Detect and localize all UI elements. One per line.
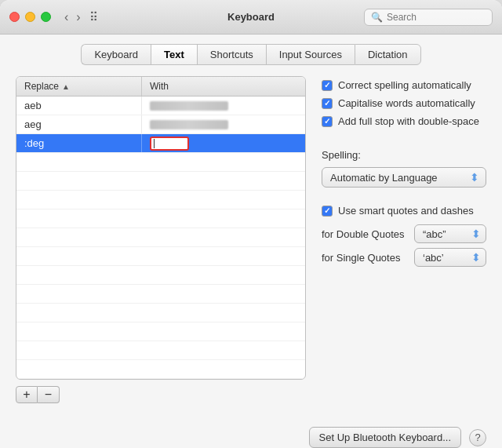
table-row[interactable]: aeg [16,115,305,134]
table-body: aeb aeg :deg [16,97,305,379]
traffic-lights [9,12,51,22]
search-icon: 🔍 [371,12,383,23]
table-row [16,266,305,285]
table-row [16,172,305,191]
full-stop-checkbox[interactable]: ✓ [322,116,333,127]
double-quotes-label: for Double Quotes [322,228,408,240]
table-row [16,341,305,360]
col-with-header: With [142,77,305,96]
minimize-button[interactable] [25,12,35,22]
setup-bluetooth-button[interactable]: Set Up Bluetooth Keyboard... [309,427,461,448]
table-row[interactable]: aeb [16,97,305,115]
content-area: Replace ▲ With aeb [0,65,502,419]
window-title: Keyboard [227,11,275,23]
dropdown-arrow-icon: ⬍ [471,228,481,240]
spelling-dropdown-value: Automatic by Language [330,172,438,184]
table-row [16,191,305,209]
checkmark-icon: ✓ [324,81,330,89]
table-row [16,247,305,266]
tab-input-sources[interactable]: Input Sources [266,44,355,65]
table-row [16,322,305,341]
bottom-bar: Set Up Bluetooth Keyboard... ? [0,419,502,448]
cell-with-editing[interactable] [142,134,305,152]
keyboard-preferences-window: ‹ › ⠿ Keyboard 🔍 Keyboard Text Shortcuts… [0,0,502,448]
spelling-label: Spelling: [322,149,486,161]
capitalise-words-row: ✓ Capitalise words automatically [322,97,486,109]
grid-button[interactable]: ⠿ [89,10,98,24]
cell-replace: aeb [16,97,142,115]
correct-spelling-label: Correct spelling automatically [338,79,471,91]
blurred-content [150,101,228,111]
table-row [16,285,305,304]
maximize-button[interactable] [41,12,51,22]
single-quotes-label: for Single Quotes [322,252,408,264]
dropdown-arrow-icon: ⬍ [470,171,479,184]
smart-quotes-row: ✓ Use smart quotes and dashes [322,205,486,217]
remove-row-button[interactable]: − [38,386,60,403]
titlebar: ‹ › ⠿ Keyboard 🔍 [0,0,502,35]
cell-with [142,115,305,133]
table-row [16,153,305,172]
tab-dictation[interactable]: Dictation [355,44,421,65]
table-footer: + − [16,386,306,403]
blurred-content [150,120,228,129]
double-quotes-row: for Double Quotes “abc” ⬍ [322,224,486,243]
checkmark-icon: ✓ [324,99,330,107]
table-row-selected[interactable]: :deg [16,134,305,153]
text-replacement-table: Replace ▲ With aeb [16,76,306,380]
capitalise-words-label: Capitalise words automatically [338,97,475,109]
cell-with [142,97,305,115]
correct-spelling-row: ✓ Correct spelling automatically [322,79,486,91]
full-stop-row: ✓ Add full stop with double-space [322,115,486,127]
smart-quotes-checkbox[interactable]: ✓ [322,206,333,217]
table-row [16,360,305,379]
help-button[interactable]: ? [469,429,486,446]
empty-rows [16,153,305,379]
checkmark-icon: ✓ [324,206,330,215]
separator [322,194,486,199]
capitalise-words-checkbox[interactable]: ✓ [322,98,333,109]
tab-text[interactable]: Text [151,44,197,65]
cell-replace: aeg [16,115,142,133]
double-quotes-value: “abc” [423,228,446,240]
single-quotes-dropdown[interactable]: ‘abc’ ⬍ [414,248,486,267]
spelling-dropdown[interactable]: Automatic by Language ⬍ [322,167,486,188]
table-row [16,209,305,228]
right-panel: ✓ Correct spelling automatically ✓ Capit… [322,76,486,403]
tab-shortcuts[interactable]: Shortcuts [197,44,266,65]
search-box[interactable]: 🔍 [364,9,493,26]
table-header: Replace ▲ With [16,77,305,97]
checkmark-icon: ✓ [324,117,330,126]
single-quotes-row: for Single Quotes ‘abc’ ⬍ [322,248,486,267]
double-quotes-dropdown[interactable]: “abc” ⬍ [414,224,486,243]
dropdown-arrow-icon: ⬍ [471,251,481,264]
left-panel: Replace ▲ With aeb [16,76,306,403]
separator [322,133,486,138]
correct-spelling-checkbox[interactable]: ✓ [322,80,333,91]
add-row-button[interactable]: + [16,386,38,403]
back-button[interactable]: ‹ [62,11,71,24]
quotes-section: for Double Quotes “abc” ⬍ for Single Quo… [322,224,486,267]
full-stop-label: Add full stop with double-space [338,115,479,127]
edit-input-highlight[interactable] [150,137,189,151]
smart-quotes-label: Use smart quotes and dashes [338,205,474,217]
tab-keyboard[interactable]: Keyboard [81,44,151,65]
forward-button[interactable]: › [74,11,82,24]
nav-buttons: ‹ › [62,11,83,24]
search-input[interactable] [387,12,486,23]
cell-replace-selected: :deg [16,134,142,152]
table-row [16,304,305,322]
tab-bar: Keyboard Text Shortcuts Input Sources Di… [0,35,502,65]
table-row [16,228,305,247]
text-cursor [154,139,155,148]
sort-arrow-icon: ▲ [62,82,70,91]
close-button[interactable] [9,12,20,22]
single-quotes-value: ‘abc’ [423,252,444,264]
col-replace-header: Replace ▲ [16,77,142,96]
